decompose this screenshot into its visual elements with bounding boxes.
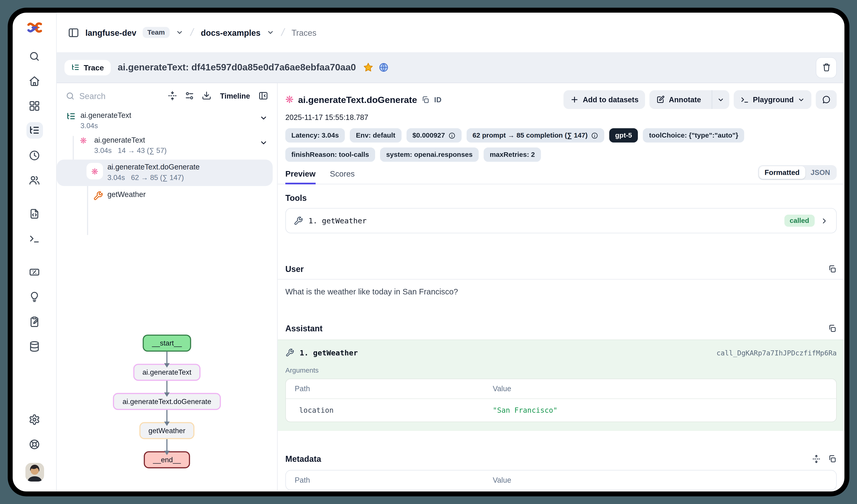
- wrench-icon: [93, 191, 103, 201]
- tree-row-tool[interactable]: getWeather: [57, 188, 277, 204]
- generation-icon: ❋: [80, 136, 90, 146]
- annotation-clipboard-icon[interactable]: [26, 313, 43, 330]
- add-to-datasets-button[interactable]: Add to datasets: [564, 90, 645, 109]
- toolchoice-badge: toolChoice: {"type":"auto"}: [643, 128, 744, 142]
- breadcrumb-project[interactable]: langfuse-dev: [85, 28, 136, 37]
- tree-row-trace[interactable]: ai.generateText 3.04s: [57, 108, 277, 133]
- breadcrumb-page[interactable]: Traces: [291, 28, 317, 37]
- tab-scores[interactable]: Scores: [330, 170, 355, 184]
- view-toggle: Formatted JSON: [758, 165, 837, 180]
- search-nav-icon[interactable]: [26, 48, 43, 65]
- copy-icon[interactable]: [828, 324, 837, 332]
- trace-title: ai.generateText: df41e597d0a85e0d7a6ae8e…: [118, 62, 356, 73]
- observation-timestamp: 2025-11-17 15:55:18.787: [278, 110, 845, 122]
- breadcrumb-environment[interactable]: docs-examples: [201, 28, 261, 37]
- tree-toolbar: Timeline: [57, 83, 277, 106]
- tree-row-label: getWeather: [107, 190, 146, 198]
- tree-row-dogenerate-selected[interactable]: ❋ ai.generateText.doGenerate 3.04s62 → 8…: [57, 160, 273, 186]
- value-column-header: Value: [484, 379, 836, 399]
- delete-trace-button[interactable]: [816, 57, 837, 78]
- arguments-label: Arguments: [285, 366, 837, 374]
- tree-row-duration: 3.04s: [80, 122, 98, 130]
- chevron-right-icon[interactable]: [820, 216, 828, 225]
- tree-row-duration: 3.04s: [94, 146, 112, 155]
- tree-row-generation[interactable]: ❋ ai.generateText 3.04s14 → 43 (∑ 57): [57, 133, 277, 158]
- chevron-down-icon[interactable]: [259, 139, 268, 147]
- arguments-table: Path Value location "San Francisco": [285, 379, 837, 422]
- tree-settings-icon[interactable]: [185, 91, 195, 101]
- chat-bubble-icon: [822, 95, 830, 104]
- trace-tree-panel: Timeline ai.generateText 3.04s: [57, 83, 278, 491]
- annotate-split-button[interactable]: Annotate: [650, 90, 729, 109]
- search-input[interactable]: [80, 91, 129, 101]
- model-badge[interactable]: gpt-5: [609, 128, 638, 142]
- annotate-dropdown[interactable]: [711, 90, 729, 109]
- support-lifebuoy-icon[interactable]: [26, 436, 43, 452]
- graph-edge-arrow: [166, 381, 168, 393]
- project-plan-badge: Team: [142, 27, 170, 38]
- comments-button[interactable]: [816, 90, 837, 109]
- section-divider: [278, 279, 845, 279]
- bookmark-star-icon[interactable]: [363, 62, 374, 73]
- timeline-toggle[interactable]: Timeline: [220, 92, 250, 100]
- json-toggle[interactable]: JSON: [805, 166, 836, 179]
- sessions-clock-icon[interactable]: [26, 147, 43, 163]
- copy-icon[interactable]: [828, 454, 837, 463]
- chevron-down-icon[interactable]: [267, 29, 274, 36]
- tree-row-label: ai.generateText: [94, 136, 167, 144]
- playground-terminal-icon[interactable]: [26, 230, 43, 246]
- public-globe-icon[interactable]: [379, 62, 389, 73]
- observation-tree: ai.generateText 3.04s ❋ ai.generateText …: [57, 108, 277, 204]
- chevron-down-icon: [797, 96, 805, 103]
- collapse-all-icon[interactable]: [168, 91, 178, 101]
- user-message: What is the weather like today in San Fr…: [285, 287, 837, 296]
- breadcrumb: langfuse-dev Team / docs-examples / Trac…: [57, 13, 844, 52]
- agent-graph: __start__ ai.generateText ai.generateTex…: [57, 334, 277, 491]
- dashboards-icon[interactable]: [26, 98, 43, 114]
- observation-header: ❋ ai.generateText.doGenerate ID Add to d…: [278, 83, 845, 110]
- tool-call-block: 1. getWeather call_DgKARp7a7IhJPDczfifMp…: [278, 340, 845, 431]
- cost-badge[interactable]: $0.000927: [406, 128, 461, 142]
- chevron-down-icon[interactable]: [176, 29, 184, 36]
- home-icon[interactable]: [26, 73, 43, 89]
- user-section-heading: User: [285, 264, 837, 274]
- tree-row-tokens: 62 → 85 (∑ 147): [131, 173, 184, 181]
- collapse-panel-icon[interactable]: [258, 91, 268, 101]
- token-usage-badge[interactable]: 62 prompt → 85 completion (∑ 147): [466, 128, 604, 142]
- trace-type-badge: Trace: [65, 59, 111, 75]
- tool-definition-row[interactable]: 1. getWeather called: [285, 208, 837, 233]
- traces-icon[interactable]: [26, 122, 43, 139]
- expand-vertical-icon[interactable]: [812, 454, 821, 463]
- users-icon[interactable]: [26, 172, 43, 188]
- path-column-header: Path: [286, 470, 484, 490]
- playground-button[interactable]: Playground: [734, 90, 811, 109]
- settings-gear-icon[interactable]: [26, 411, 43, 428]
- id-label[interactable]: ID: [434, 95, 442, 104]
- download-icon[interactable]: [202, 91, 212, 101]
- copy-icon[interactable]: [828, 264, 837, 273]
- observation-content[interactable]: Tools 1. getWeather called User Wha: [278, 184, 845, 491]
- formatted-toggle[interactable]: Formatted: [759, 166, 805, 179]
- graph-node-start[interactable]: __start__: [142, 334, 191, 351]
- table-row: location "San Francisco": [286, 399, 836, 421]
- terminal-icon: [740, 95, 749, 104]
- copy-id-icon[interactable]: [421, 95, 430, 104]
- datasets-database-icon[interactable]: [26, 338, 43, 354]
- graph-edge-arrow: [166, 410, 168, 422]
- tree-row-tokens: 14 → 43 (∑ 57): [118, 146, 167, 155]
- observation-tabs: Preview Scores Formatted JSON: [278, 162, 845, 184]
- chevron-down-icon[interactable]: [259, 114, 268, 122]
- info-icon: [591, 132, 598, 139]
- sidebar-toggle-icon[interactable]: [68, 27, 79, 38]
- lightbulb-icon[interactable]: [26, 289, 43, 305]
- evaluation-icon[interactable]: [26, 264, 43, 280]
- generation-icon: ❋: [91, 167, 98, 175]
- annotate-button[interactable]: Annotate: [650, 90, 708, 109]
- tree-search[interactable]: [66, 91, 161, 101]
- graph-edge-arrow: [166, 352, 168, 364]
- tab-preview[interactable]: Preview: [285, 170, 316, 184]
- value-column-header: Value: [484, 470, 836, 490]
- trace-header: Trace ai.generateText: df41e597d0a85e0d7…: [57, 52, 844, 83]
- avatar[interactable]: [25, 463, 44, 482]
- prompts-file-code-icon[interactable]: [26, 205, 43, 222]
